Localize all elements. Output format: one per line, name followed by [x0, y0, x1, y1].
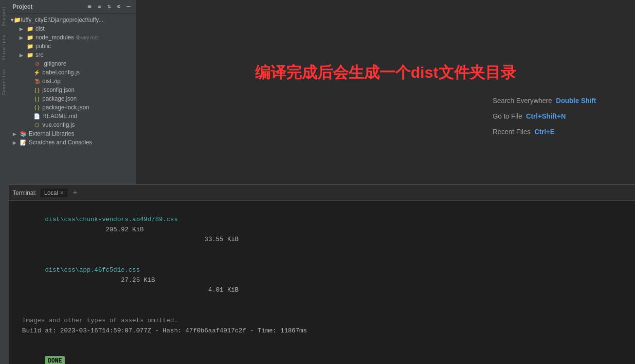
sidebar-header-icons: ⊞ ≡ ⇅ ⚙ — [86, 3, 132, 11]
sidebar-title: Project [13, 3, 33, 10]
sidebar-item-public[interactable]: 📁 public [9, 42, 136, 51]
sidebar-tree: ▾ 📁 luffy_city E:\Djangoproject\luffy...… [9, 14, 136, 184]
public-icon: 📁 [26, 42, 34, 50]
top-area: Project ⊞ ≡ ⇅ ⚙ — ▾ 📁 luffy_city E:\Djan… [9, 0, 635, 184]
vueconfig-icon: ⬡ [33, 121, 41, 129]
sidebar-header: Project ⊞ ≡ ⇅ ⚙ — [9, 0, 136, 14]
term-gzip-1: 33.55 KiB [45, 236, 238, 243]
left-gutter: Project Structure Favorites [0, 0, 9, 364]
term-blank-1 [15, 306, 629, 316]
terminal-area: Terminal: Local ✕ + dist\css\chunk-vendo… [9, 184, 635, 364]
node-modules-arrow: ▶ [19, 35, 26, 40]
ext-lib-arrow: ▶ [13, 131, 19, 137]
search-everywhere-label: Search Everywhere [492, 97, 552, 104]
sidebar-item-node-modules[interactable]: ▶ 📁 node_modules library root [9, 33, 136, 42]
terminal-body[interactable]: dist\css\chunk-vendors.ab49d789.css 205.… [9, 201, 635, 364]
main-container: Project ⊞ ≡ ⇅ ⚙ — ▾ 📁 luffy_city E:\Djan… [9, 0, 635, 364]
sidebar-item-babel[interactable]: ⚡ babel.config.js [9, 68, 136, 77]
scratches-icon: 📝 [19, 139, 27, 146]
distzip-icon: 🗜 [33, 77, 41, 85]
term-size-1: 205.92 KiB [45, 226, 144, 233]
dist-label: dist [36, 25, 45, 32]
search-everywhere-key: Double Shift [556, 97, 596, 104]
term-done-line: DONE Build complete. The dist directory … [15, 346, 629, 364]
vueconfig-label: vue.config.js [42, 121, 75, 128]
package-icon: { } [33, 95, 41, 103]
babel-label: babel.config.js [42, 69, 80, 76]
dist-arrow: ▶ [19, 26, 26, 32]
term-file-path-1: dist\css\chunk-vendors.ab49d789.css [45, 216, 178, 223]
favorites-label[interactable]: Favorites [2, 69, 7, 95]
sidebar-header-left: Project [13, 3, 33, 10]
sidebar-item-vueconfig[interactable]: ⬡ vue.config.js [9, 121, 136, 129]
root-label: luffy_city [21, 17, 43, 23]
jsconfig-icon: { } [33, 86, 41, 94]
goto-file-key: Ctrl+Shift+N [526, 112, 566, 120]
recent-files-label: Recent Files [492, 128, 530, 136]
packagelock-icon: { } [33, 104, 41, 111]
src-arrow: ▶ [19, 52, 26, 58]
node-modules-label: node_modules [36, 34, 74, 41]
public-label: public [36, 43, 51, 50]
sidebar-item-distzip[interactable]: 🗜 dist.zip [9, 77, 136, 86]
terminal-add-button[interactable]: + [73, 189, 77, 197]
readme-label: README.md [42, 113, 77, 120]
structure-label[interactable]: Structure [2, 35, 7, 60]
sidebar-item-src[interactable]: ▶ 📁 src [9, 51, 136, 59]
dist-folder-icon: 📁 [26, 25, 34, 33]
term-line-2: dist\css\app.46fc5d1e.css 27.25 KiB 4.01… [15, 255, 629, 306]
node-modules-icon: 📁 [26, 34, 34, 41]
shortcut-search-everywhere: Search Everywhere Double Shift [492, 97, 596, 104]
collapse-icon[interactable]: ≡ [95, 3, 103, 11]
src-label: src [36, 52, 43, 58]
scratches-label: Scratches and Consoles [29, 139, 92, 146]
layout-icon[interactable]: ⊞ [86, 3, 93, 11]
sidebar-item-dist[interactable]: ▶ 📁 dist [9, 24, 136, 33]
root-path: E:\Djangoproject\luffy... [43, 17, 103, 23]
goto-file-label: Go to File [492, 112, 522, 120]
recent-files-key: Ctrl+E [534, 128, 555, 136]
chinese-annotation: 编译完成后会生成一个dist文件夹目录 [255, 62, 516, 84]
term-build-at: Build at: 2023-03-16T14:59:07.077Z - Has… [15, 326, 629, 336]
distzip-label: dist.zip [42, 78, 60, 85]
settings-icon[interactable]: ⚙ [115, 3, 123, 11]
sidebar-item-package[interactable]: { } package.json [9, 94, 136, 103]
term-file-path-2: dist\css\app.46fc5d1e.css [45, 266, 140, 274]
gitignore-icon: ⊘ [33, 60, 41, 68]
project-label[interactable]: Project [2, 6, 7, 26]
sidebar-item-gitignore[interactable]: ⊘ .gitignore [9, 59, 136, 68]
term-size-2: 27.25 KiB [45, 277, 155, 284]
terminal-header: Terminal: Local ✕ + [9, 185, 635, 201]
shortcut-goto-file: Go to File Ctrl+Shift+N [492, 112, 596, 120]
scratches-arrow: ▶ [13, 140, 19, 145]
ext-lib-icon: 📚 [19, 130, 27, 138]
root-folder-icon: 📁 [14, 17, 21, 23]
jsconfig-label: jsconfig.json [42, 87, 74, 93]
badge-done: DONE [45, 356, 65, 364]
babel-icon: ⚡ [33, 69, 41, 76]
sidebar-item-jsconfig[interactable]: { } jsconfig.json [9, 86, 136, 94]
term-gzip-2: 4.01 KiB [45, 286, 238, 294]
shortcut-recent-files: Recent Files Ctrl+E [492, 128, 596, 136]
expand-icon[interactable]: ⇅ [105, 3, 113, 11]
package-label: package.json [42, 95, 77, 102]
project-root[interactable]: ▾ 📁 luffy_city E:\Djangoproject\luffy... [9, 16, 136, 24]
terminal-close-icon[interactable]: ✕ [60, 190, 64, 195]
sidebar-item-packagelock[interactable]: { } package-lock.json [9, 103, 136, 112]
term-line-1: dist\css\chunk-vendors.ab49d789.css 205.… [15, 205, 629, 255]
sidebar-item-readme[interactable]: 📄 README.md [9, 112, 136, 121]
src-icon: 📁 [26, 51, 34, 59]
terminal-tab-local[interactable]: Local ✕ [40, 189, 68, 197]
node-modules-badge: library root [76, 35, 99, 40]
term-blank-2 [15, 336, 629, 346]
packagelock-label: package-lock.json [42, 104, 89, 111]
ext-lib-label: External Libraries [29, 130, 74, 137]
editor-area: 编译完成后会生成一个dist文件夹目录 Search Everywhere Do… [136, 0, 635, 184]
terminal-tab-label: Local [44, 190, 58, 196]
editor-content: 编译完成后会生成一个dist文件夹目录 Search Everywhere Do… [136, 0, 635, 184]
minimize-icon[interactable]: — [125, 3, 132, 11]
term-assets-omitted: Images and other types of assets omitted… [15, 316, 629, 326]
shortcut-list: Search Everywhere Double Shift Go to Fil… [492, 97, 596, 136]
sidebar-item-external-libraries[interactable]: ▶ 📚 External Libraries [9, 129, 136, 138]
sidebar-item-scratches[interactable]: ▶ 📝 Scratches and Consoles [9, 138, 136, 147]
